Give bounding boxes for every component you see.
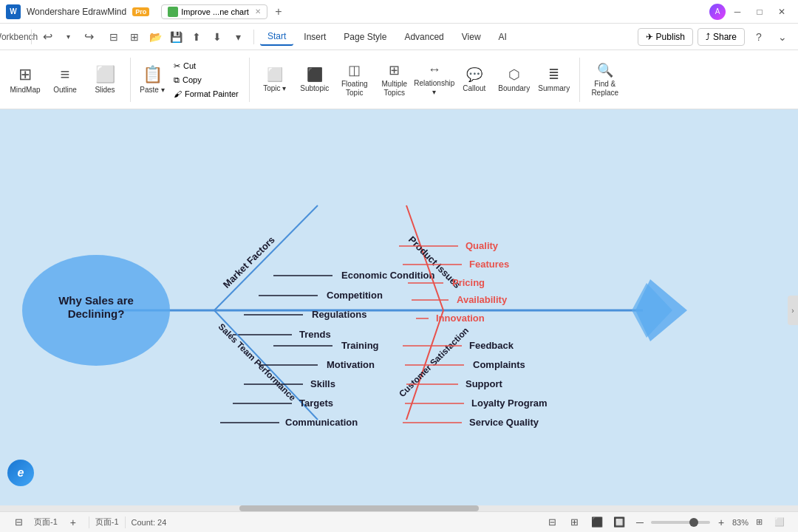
paste-button[interactable]: 📋 Paste ▾ (137, 56, 168, 103)
floating-topic-button[interactable]: ◫ Floating Topic (335, 56, 374, 103)
ribbon-sep-3 (579, 58, 580, 102)
clipboard-items: 📋 Paste ▾ ✂ Cut ⧉ Copy 🖌 Format Painter (137, 56, 243, 103)
zoom-controls: ⊟ ⊞ ⬛ 🔲 ─ + 83% ⊞ ⬜ (543, 513, 789, 532)
share-button[interactable]: ⤴ Share (698, 28, 745, 46)
topic-icon: ⬜ (267, 66, 283, 83)
status-layout-btn[interactable]: ⊟ (9, 513, 28, 532)
toolbar-btn-2[interactable]: ⊞ (125, 27, 144, 47)
svg-text:Feedback: Feedback (469, 340, 514, 351)
multiple-topics-label: Multiple Topics (377, 80, 412, 98)
add-tab-button[interactable]: + (270, 4, 287, 20)
redo-button[interactable]: ↪ (79, 27, 98, 47)
count-label: Count: 24 (132, 518, 167, 527)
workbench-label: Workbench (0, 32, 38, 42)
view-toggle-3[interactable]: ⬛ (587, 513, 607, 532)
paste-label: Paste ▾ (140, 86, 164, 95)
outline-button[interactable]: ≡ Outline (46, 56, 84, 103)
menu-start[interactable]: Start (260, 28, 293, 46)
menu-view[interactable]: View (454, 29, 488, 45)
app-name: Wondershare EdrawMind (27, 7, 126, 17)
svg-text:Regulations: Regulations (312, 309, 366, 320)
maximize-button[interactable]: □ (749, 4, 770, 20)
svg-text:Targets: Targets (299, 398, 333, 409)
undo-button[interactable]: ↩ (38, 27, 57, 47)
slides-button[interactable]: ⬜ Slides (86, 56, 124, 103)
fishbone-diagram: Why Sales are Declining? Market Factors … (0, 109, 798, 511)
zoom-out-button[interactable]: ─ (632, 514, 648, 531)
undo-dropdown[interactable]: ▾ (58, 27, 78, 47)
mindmap-button[interactable]: ⊞ MindMap (6, 56, 44, 103)
outline-label: Outline (53, 86, 77, 95)
svg-text:Sales Team Performance: Sales Team Performance (216, 321, 298, 403)
callout-button[interactable]: 💬 Callout (455, 56, 494, 103)
topic-label: Topic ▾ (263, 84, 286, 93)
copy-button[interactable]: ⧉ Copy (169, 74, 243, 86)
view-toggle-4[interactable]: 🔲 (610, 513, 629, 532)
tab-close-icon[interactable]: ✕ (255, 7, 261, 16)
horizontal-scrollbar[interactable] (0, 505, 798, 511)
fit-width-button[interactable]: ⊞ (751, 516, 767, 528)
toolbar-btn-6[interactable]: ⬇ (208, 27, 227, 47)
toolbar-btn-4[interactable]: 💾 (166, 27, 185, 47)
canvas[interactable]: Why Sales are Declining? Market Factors … (0, 109, 798, 511)
subtopic-button[interactable]: ⬛ Subtopic (296, 56, 334, 103)
summary-label: Summary (538, 84, 570, 93)
mindmap-label: MindMap (10, 86, 40, 95)
paste-icon: 📋 (143, 65, 163, 84)
cut-label: Cut (183, 61, 196, 70)
svg-text:Competition: Competition (327, 290, 383, 301)
menu-page-style[interactable]: Page Style (336, 29, 394, 45)
view-group-items: ⊞ MindMap ≡ Outline ⬜ Slides (6, 56, 124, 103)
view-group: ⊞ MindMap ≡ Outline ⬜ Slides (6, 53, 124, 106)
help-button[interactable]: ? (749, 27, 768, 47)
collapse-panel-button[interactable]: › (788, 296, 798, 325)
cut-button[interactable]: ✂ Cut (169, 60, 243, 72)
user-avatar[interactable]: A (709, 4, 726, 20)
minimize-button[interactable]: ─ (727, 4, 748, 20)
callout-label: Callout (463, 84, 485, 93)
app-logo: W (6, 4, 21, 19)
summary-icon: ≣ (548, 66, 559, 83)
svg-text:Features: Features (469, 259, 509, 270)
svg-text:Communication: Communication (285, 417, 358, 428)
toolbar-btn-7[interactable]: ▾ (228, 27, 248, 47)
menu-advanced[interactable]: Advanced (397, 29, 451, 45)
cut-icon: ✂ (174, 61, 180, 71)
ribbon: ⊞ MindMap ≡ Outline ⬜ Slides 📋 Paste ▾ ✂ (0, 50, 798, 109)
add-page-button[interactable]: + (64, 513, 83, 532)
find-replace-label: Find & Replace (587, 80, 623, 98)
sep2 (253, 30, 254, 44)
format-painter-label: Format Painter (185, 89, 239, 98)
view-toggle-2[interactable]: ⊞ (565, 513, 584, 532)
format-painter-button[interactable]: 🖌 Format Painter (169, 88, 243, 100)
view-toggle-1[interactable]: ⊟ (543, 513, 562, 532)
boundary-button[interactable]: ⬡ Boundary (495, 56, 533, 103)
boundary-icon: ⬡ (508, 66, 520, 83)
zoom-thumb[interactable] (689, 518, 698, 527)
zoom-in-button[interactable]: + (713, 514, 729, 531)
menu-ai[interactable]: AI (491, 29, 514, 45)
close-button[interactable]: ✕ (771, 4, 792, 20)
toolbar-btn-1[interactable]: ⊟ (104, 27, 123, 47)
topic-button[interactable]: ⬜ Topic ▾ (256, 56, 294, 103)
find-replace-button[interactable]: 🔍 Find & Replace (586, 56, 624, 103)
active-tab[interactable]: Improve ...ne chart ✕ (161, 4, 267, 19)
sep1 (31, 30, 32, 44)
toolbar-btn-5[interactable]: ⬆ (187, 27, 206, 47)
relationship-button[interactable]: ↔ Relationship ▾ (415, 56, 454, 103)
scrollbar-thumb[interactable] (239, 505, 479, 511)
toolbar-btn-3[interactable]: 📂 (146, 27, 165, 47)
fit-page-button[interactable]: ⬜ (770, 516, 789, 528)
floating-topic-icon: ◫ (348, 62, 361, 78)
zoom-slider[interactable] (651, 521, 710, 524)
workbench-button[interactable]: Workbench (6, 27, 25, 47)
svg-text:Service Quality: Service Quality (469, 417, 539, 428)
relationship-icon: ↔ (428, 62, 441, 78)
multiple-topics-button[interactable]: ⊞ Multiple Topics (375, 56, 414, 103)
publish-button[interactable]: ✈ Publish (638, 28, 693, 46)
menu-insert[interactable]: Insert (296, 29, 333, 45)
insert-items: ⬜ Topic ▾ ⬛ Subtopic ◫ Floating Topic ⊞ … (256, 56, 573, 103)
status-bar: ⊟ 页面-1 + 页面-1 Count: 24 ⊟ ⊞ ⬛ 🔲 ─ + 83% … (0, 511, 798, 532)
summary-button[interactable]: ≣ Summary (535, 56, 573, 103)
more-button[interactable]: ⌄ (773, 27, 792, 47)
